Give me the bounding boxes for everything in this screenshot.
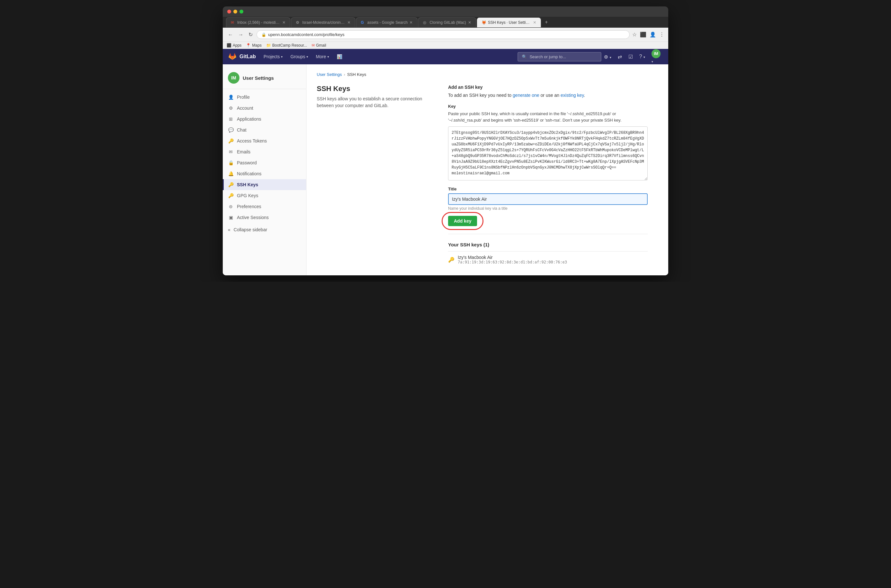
sidebar-item-ssh-keys[interactable]: 🔑 SSH Keys — [223, 179, 306, 190]
tab-cloning-close[interactable]: ✕ — [468, 20, 471, 25]
browser-titlebar — [223, 6, 668, 17]
merge-request-icon-btn[interactable]: ⇄ — [615, 51, 625, 62]
help-icon-btn[interactable]: ? ▾ — [637, 51, 648, 62]
breadcrumb-parent-link[interactable]: User Settings — [317, 72, 342, 77]
sidebar-title: User Settings — [243, 75, 274, 81]
title-field-input[interactable] — [448, 194, 648, 205]
todo-icon-btn[interactable]: ☑ — [626, 51, 636, 62]
breadcrumb: User Settings › SSH Keys — [317, 72, 658, 77]
apps-bookmark-icon: ⬛ — [227, 43, 231, 48]
tab-github-close[interactable]: ✕ — [347, 20, 350, 25]
close-button[interactable] — [227, 10, 231, 14]
bookmark-gmail[interactable]: ✉ Gmail — [312, 43, 326, 48]
extensions-icon[interactable]: ⬛ — [640, 32, 646, 38]
gitlab-logo[interactable]: GitLab — [228, 52, 256, 61]
sidebar-item-profile[interactable]: 👤 Profile — [223, 92, 306, 103]
title-field-label: Title — [448, 187, 648, 191]
avatar-initials: IM — [654, 51, 658, 56]
add-ssh-heading: Add an SSH key — [448, 85, 648, 90]
star-icon[interactable]: ☆ — [632, 32, 637, 38]
menu-icon[interactable]: ⋮ — [659, 32, 664, 38]
bookmark-bootcamp[interactable]: 📁 BootCamp Resour... — [266, 43, 307, 48]
nav-groups-label: Groups — [290, 54, 305, 59]
sidebar-item-access-tokens-label: Access Tokens — [237, 138, 267, 144]
key-field-label: Key — [448, 104, 648, 109]
maximize-button[interactable] — [239, 10, 243, 14]
bookmark-maps[interactable]: 📍 Maps — [246, 43, 261, 48]
add-key-button[interactable]: Add key — [448, 216, 477, 226]
tab-cloning[interactable]: ◎ Cloning GitLab (Mac) ✕ — [418, 17, 476, 27]
user-avatar: IM — [652, 49, 661, 58]
sidebar-item-access-tokens[interactable]: 🔑 Access Tokens — [223, 135, 306, 146]
sidebar-item-password[interactable]: 🔒 Password — [223, 157, 306, 168]
merge-request-icon: ⇄ — [618, 54, 622, 60]
key-field-description: Paste your public SSH key, which is usua… — [448, 111, 648, 123]
tab-github-title: Israel-Molestina/cloning-gi... — [302, 20, 346, 25]
active-sessions-icon: ▣ — [228, 215, 234, 220]
github-tab-icon: ⚙ — [296, 20, 301, 25]
sidebar-item-chat[interactable]: 💬 Chat — [223, 124, 306, 135]
tab-gmail[interactable]: ✉ Inbox (2,566) - molestinai... ✕ — [226, 17, 290, 27]
tab-google[interactable]: G assets - Google Search ✕ — [356, 17, 418, 27]
key-row-key-icon: 🔑 — [448, 256, 455, 263]
sidebar-item-profile-label: Profile — [237, 94, 250, 100]
bookmark-maps-label: Maps — [252, 43, 261, 48]
nav-groups[interactable]: Groups ▾ — [287, 49, 312, 64]
reload-button[interactable]: ↻ — [247, 31, 254, 38]
tab-gmail-close[interactable]: ✕ — [282, 20, 285, 25]
your-ssh-keys-section: Your SSH keys (1) 🔑 Izy's Macbook Air 7a… — [448, 242, 648, 268]
plus-icon: ⊕ — [604, 54, 608, 60]
collapse-sidebar-btn[interactable]: « Collapse sidebar — [223, 224, 306, 235]
gmail-tab-icon: ✉ — [231, 20, 235, 25]
cloning-tab-icon: ◎ — [423, 20, 427, 25]
plus-icon-btn[interactable]: ⊕ ▾ — [601, 51, 613, 62]
right-column: Add an SSH key To add an SSH key you nee… — [448, 85, 648, 268]
password-icon: 🔒 — [228, 160, 234, 165]
user-avatar-btn[interactable]: IM ▾ — [649, 46, 663, 67]
sidebar-item-account[interactable]: ⚙ Account — [223, 103, 306, 114]
gmail-bookmark-icon: ✉ — [312, 43, 315, 48]
traffic-lights — [227, 10, 243, 14]
sidebar-item-preferences[interactable]: ⊜ Preferences — [223, 201, 306, 212]
profile-icon[interactable]: 👤 — [649, 32, 656, 38]
add-ssh-intro: To add an SSH key you need to generate o… — [448, 92, 648, 99]
sidebar: IM User Settings 👤 Profile ⚙ Account ⊞ A… — [223, 64, 307, 275]
new-tab-button[interactable]: + — [542, 17, 551, 28]
intro-text: To add an SSH key you need to — [448, 93, 513, 98]
nav-analytics[interactable]: 📊 — [333, 49, 346, 64]
sidebar-item-applications[interactable]: ⊞ Applications — [223, 114, 306, 124]
key-row-fingerprint: 7a:91:19:3d:19:63:92:8d:3e:d1:bd:af:92:0… — [458, 260, 648, 264]
generate-one-link[interactable]: generate one — [513, 93, 539, 98]
gpg-keys-icon: 🔑 — [228, 193, 234, 198]
tab-sshkeys[interactable]: 🦊 SSH Keys · User Settings ✕ — [477, 17, 541, 27]
sidebar-item-account-label: Account — [237, 105, 253, 111]
navbar-icons: ⊕ ▾ ⇄ ☑ ? ▾ IM ▾ — [601, 46, 663, 67]
nav-projects[interactable]: Projects ▾ — [260, 49, 287, 64]
sidebar-item-emails[interactable]: ✉ Emails — [223, 146, 306, 157]
back-button[interactable]: ← — [227, 31, 234, 38]
two-column-layout: SSH Keys SSH keys allow you to establish… — [317, 85, 658, 268]
tab-google-close[interactable]: ✕ — [409, 20, 413, 25]
page-description: SSH keys allow you to establish a secure… — [317, 96, 433, 109]
applications-icon: ⊞ — [228, 117, 234, 122]
tab-sshkeys-close[interactable]: ✕ — [533, 20, 536, 25]
nav-more[interactable]: More ▾ — [312, 49, 333, 64]
preferences-icon: ⊜ — [228, 204, 234, 209]
sidebar-item-active-sessions[interactable]: ▣ Active Sessions — [223, 212, 306, 223]
tab-github[interactable]: ⚙ Israel-Molestina/cloning-gi... ✕ — [291, 17, 355, 27]
sidebar-item-notifications[interactable]: 🔔 Notifications — [223, 168, 306, 179]
ssh-key-textarea[interactable]: 2TEtgnsog9St/0US1H2lrDXAYScu3/1aypp4vbjc… — [448, 126, 648, 180]
forward-button[interactable]: → — [237, 31, 245, 38]
existing-key-link[interactable]: existing key — [561, 93, 584, 98]
sidebar-item-gpg-keys[interactable]: 🔑 GPG Keys — [223, 190, 306, 201]
bookmark-apps[interactable]: ⬛ Apps — [227, 43, 242, 48]
help-icon: ? — [639, 54, 642, 59]
url-bar[interactable]: 🔒 upenn.bootcamdcontent.com/profile/keys — [257, 30, 630, 39]
ssh-keys-icon: 🔑 — [228, 182, 234, 187]
search-bar[interactable]: 🔍 Search or jump to... — [518, 52, 601, 62]
tab-cloning-title: Cloning GitLab (Mac) — [430, 20, 466, 25]
minimize-button[interactable] — [233, 10, 237, 14]
account-icon: ⚙ — [228, 105, 234, 111]
sidebar-header: IM User Settings — [223, 68, 306, 89]
middle-text: or use an — [539, 93, 560, 98]
